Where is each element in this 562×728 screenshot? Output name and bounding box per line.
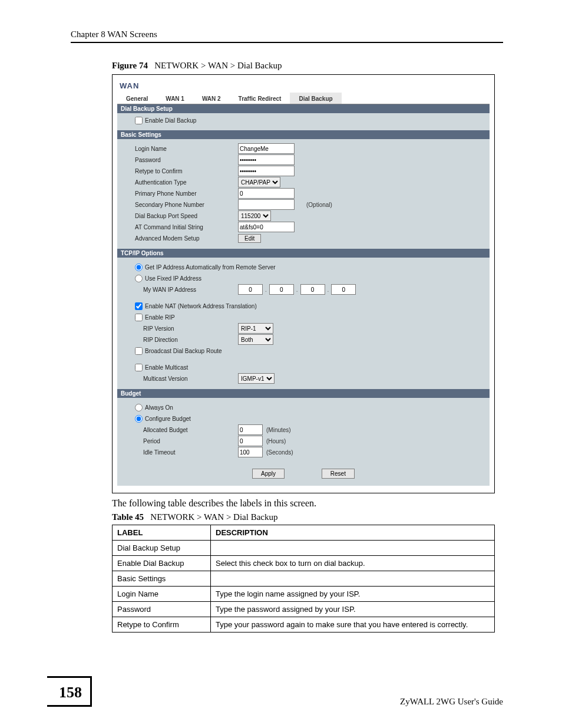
- page-title: WAN: [120, 81, 490, 90]
- allocated-budget-label: Allocated Budget: [135, 427, 238, 433]
- idle-timeout-input[interactable]: [238, 447, 263, 457]
- configure-budget-option[interactable]: Configure Budget: [135, 415, 191, 423]
- always-on-option[interactable]: Always On: [135, 404, 173, 411]
- chapter-header: Chapter 8 WAN Screens: [71, 29, 503, 39]
- my-wan-ip-label: My WAN IP Address: [135, 286, 238, 293]
- multicast-version-select[interactable]: IGMP-v1: [238, 373, 275, 384]
- enable-nat-checkbox[interactable]: [135, 302, 143, 310]
- header-rule: [71, 42, 503, 43]
- table-row: Dial Backup Setup: [113, 541, 495, 556]
- section-dial-backup-setup: Dial Backup Setup: [117, 104, 490, 113]
- tab-wan2[interactable]: WAN 2: [193, 93, 230, 104]
- port-speed-label: Dial Backup Port Speed: [135, 213, 238, 219]
- login-name-label: Login Name: [135, 146, 238, 152]
- rip-direction-select[interactable]: Both: [238, 334, 273, 345]
- ip-auto-option[interactable]: Get IP Address Automatically from Remote…: [135, 263, 276, 271]
- multicast-version-label: Multicast Version: [135, 375, 238, 382]
- table-row: PasswordType the password assigned by yo…: [113, 602, 495, 617]
- edit-button[interactable]: Edit: [238, 234, 261, 243]
- config-panel: Dial Backup Setup Enable Dial Backup Bas…: [117, 104, 490, 486]
- password-input[interactable]: [238, 154, 295, 165]
- tab-bar: General WAN 1 WAN 2 Traffic Redirect Dia…: [117, 93, 490, 104]
- login-name-input[interactable]: [238, 143, 295, 154]
- enable-rip-label: Enable RIP: [145, 314, 175, 321]
- enable-multicast-option[interactable]: Enable Multicast: [135, 364, 188, 371]
- page-number: 158: [47, 676, 92, 707]
- apply-button[interactable]: Apply: [252, 469, 285, 479]
- at-command-label: AT Command Initial String: [135, 224, 238, 230]
- advanced-modem-label: Advanced Modem Setup: [135, 235, 238, 242]
- enable-dial-backup-label: Enable Dial Backup: [145, 117, 196, 124]
- port-speed-select[interactable]: 115200: [238, 210, 271, 221]
- section-budget: Budget: [117, 389, 490, 398]
- table-row: Basic Settings: [113, 571, 495, 587]
- always-on-label: Always On: [145, 404, 173, 411]
- enable-multicast-label: Enable Multicast: [145, 364, 188, 371]
- configure-budget-label: Configure Budget: [145, 416, 191, 422]
- password-label: Password: [135, 157, 238, 163]
- period-unit: (Hours): [266, 438, 286, 444]
- auth-type-label: Authentication Type: [135, 179, 238, 186]
- figure-number: Figure 74: [112, 61, 148, 70]
- ip-oct1[interactable]: [238, 284, 263, 295]
- description-table: LABEL DESCRIPTION Dial Backup Setup Enab…: [112, 525, 495, 633]
- ip-oct2[interactable]: [269, 284, 294, 295]
- enable-rip-option[interactable]: Enable RIP: [135, 314, 175, 321]
- optional-label: (Optional): [306, 202, 332, 208]
- table-row: Retype to ConfirmType your password agai…: [113, 617, 495, 633]
- figure-path: NETWORK > WAN > Dial Backup: [154, 61, 282, 70]
- figure-caption: Figure 74 NETWORK > WAN > Dial Backup: [112, 61, 503, 71]
- primary-phone-input[interactable]: [238, 188, 295, 199]
- enable-nat-label: Enable NAT (Network Address Translation): [145, 303, 257, 309]
- secondary-phone-input[interactable]: [238, 199, 295, 210]
- section-basic-settings: Basic Settings: [117, 130, 490, 139]
- ip-auto-label: Get IP Address Automatically from Remote…: [145, 264, 276, 271]
- ip-fixed-label: Use Fixed IP Address: [145, 275, 201, 282]
- table-caption: Table 45 NETWORK > WAN > Dial Backup: [112, 512, 503, 522]
- ip-oct3[interactable]: [300, 284, 325, 295]
- ip-auto-radio[interactable]: [135, 263, 143, 271]
- screenshot-frame: WAN General WAN 1 WAN 2 Traffic Redirect…: [112, 74, 495, 493]
- table-row: Enable Dial BackupSelect this check box …: [113, 556, 495, 571]
- enable-rip-checkbox[interactable]: [135, 314, 143, 321]
- always-on-radio[interactable]: [135, 404, 143, 411]
- retype-label: Retype to Confirm: [135, 168, 238, 174]
- guide-name: ZyWALL 2WG User's Guide: [400, 697, 503, 707]
- ip-fixed-radio[interactable]: [135, 275, 143, 282]
- secondary-phone-label: Secondary Phone Number: [135, 202, 238, 208]
- tab-general[interactable]: General: [117, 93, 157, 104]
- section-tcpip: TCP/IP Options: [117, 249, 490, 258]
- ip-oct4[interactable]: [331, 284, 356, 295]
- broadcast-route-label: Broadcast Dial Backup Route: [145, 348, 222, 354]
- tab-traffic-redirect[interactable]: Traffic Redirect: [230, 93, 290, 104]
- rip-version-select[interactable]: RIP-1: [238, 323, 273, 334]
- post-screenshot-text: The following table describes the labels…: [112, 498, 503, 509]
- rip-direction-label: RIP Direction: [135, 337, 238, 343]
- period-input[interactable]: [238, 436, 263, 446]
- retype-input[interactable]: [238, 166, 295, 176]
- idle-timeout-label: Idle Timeout: [135, 449, 238, 456]
- enable-dial-backup-option[interactable]: Enable Dial Backup: [135, 117, 196, 124]
- primary-phone-label: Primary Phone Number: [135, 190, 238, 197]
- configure-budget-radio[interactable]: [135, 415, 143, 423]
- enable-multicast-checkbox[interactable]: [135, 364, 143, 371]
- enable-nat-option[interactable]: Enable NAT (Network Address Translation): [135, 302, 257, 310]
- th-label: LABEL: [113, 525, 211, 541]
- table-row: Login NameType the login name assigned b…: [113, 587, 495, 602]
- reset-button[interactable]: Reset: [322, 469, 355, 479]
- table-number: Table 45: [112, 512, 144, 522]
- th-description: DESCRIPTION: [211, 525, 495, 541]
- broadcast-route-option[interactable]: Broadcast Dial Backup Route: [135, 347, 222, 355]
- at-command-input[interactable]: [238, 222, 295, 232]
- allocated-budget-unit: (Minutes): [266, 427, 291, 433]
- table-path: NETWORK > WAN > Dial Backup: [150, 512, 277, 522]
- tab-wan1[interactable]: WAN 1: [157, 93, 193, 104]
- ip-fixed-option[interactable]: Use Fixed IP Address: [135, 275, 201, 282]
- allocated-budget-input[interactable]: [238, 424, 263, 435]
- enable-dial-backup-checkbox[interactable]: [135, 117, 143, 124]
- tab-dial-backup[interactable]: Dial Backup: [290, 93, 341, 104]
- auth-type-select[interactable]: CHAP/PAP: [238, 177, 280, 187]
- rip-version-label: RIP Version: [135, 325, 238, 332]
- idle-timeout-unit: (Seconds): [266, 449, 293, 456]
- broadcast-route-checkbox[interactable]: [135, 347, 143, 355]
